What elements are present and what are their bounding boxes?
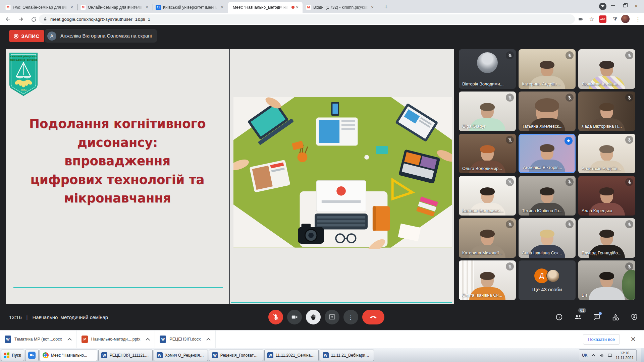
meeting-details-button[interactable]	[554, 312, 564, 322]
participant-name: Тетяна Юріївна Го...	[522, 208, 573, 213]
display-icon[interactable]	[607, 353, 613, 358]
participant-tile-speaking[interactable]: Анжеліка Вікторів...	[519, 134, 576, 173]
start-button[interactable]: Пуск	[1, 350, 24, 361]
raise-hand-button[interactable]	[306, 310, 321, 324]
tab-gmail-fwd[interactable]: M Fwd: Онлайн-семінар для вчителі ×	[3, 2, 77, 13]
host-controls-button[interactable]	[629, 312, 639, 322]
powerpoint-file-icon: P	[82, 336, 88, 343]
profile-avatar[interactable]	[621, 15, 630, 23]
taskbar-word-doc[interactable]: W Рецензія_Головатен...	[209, 350, 263, 361]
tray-clock[interactable]: 13:16 11.11.2021	[616, 351, 634, 360]
taskbar-chrome-meet[interactable]: Meet: "Навчально...	[40, 350, 97, 361]
mic-off-icon	[506, 51, 514, 59]
new-tab-button[interactable]: +	[382, 3, 390, 11]
participant-tile[interactable]: Катерина Андріїв...	[519, 49, 576, 89]
reload-button[interactable]	[29, 14, 38, 24]
adblock-extension-icon[interactable]: ABP	[599, 15, 606, 23]
camera-in-use-icon[interactable]	[576, 14, 586, 24]
slide-divider-line	[231, 302, 452, 303]
taskbar-word-doc[interactable]: W Хомич О_Рецензія [Р...	[154, 350, 208, 361]
tab-close-icon[interactable]: ×	[370, 5, 375, 10]
chevron-up-icon[interactable]	[146, 338, 150, 342]
window-close-button[interactable]: ×	[631, 1, 641, 10]
window-minimize-button[interactable]	[608, 1, 618, 10]
presenter-text: Анжеліка Вікторівна Соломаха на екрані	[60, 33, 152, 39]
mic-off-icon	[566, 178, 574, 186]
more-options-button[interactable]: ⋮	[343, 310, 358, 324]
browser-toolbar: meet.google.com/xhq-agrz-sys?authuser=1&…	[0, 13, 644, 25]
language-indicator[interactable]: UK	[582, 353, 588, 358]
chevron-up-icon[interactable]	[67, 338, 72, 342]
participant-tile[interactable]: Едуард Геннадійо...	[578, 218, 635, 258]
presenter-banner: А Анжеліка Вікторівна Соломаха на екрані	[45, 29, 157, 43]
calendar-icon: 11	[156, 5, 161, 10]
svg-text:Київський університет: Київський університет	[10, 55, 37, 58]
speaker-icon[interactable]	[599, 353, 604, 358]
more-participants-tile[interactable]: Д Ще 43 особи	[519, 260, 576, 300]
bookmark-star-icon[interactable]: ☆	[587, 14, 596, 24]
participant-tile[interactable]: Анастасія Андріїв...	[578, 134, 635, 173]
tab-title: Київський університет імені Борис	[163, 5, 217, 10]
participant-tile[interactable]: Лада Вікторівна П...	[578, 92, 635, 131]
tab-calendar[interactable]: 11 Київський університет імені Борис ×	[153, 2, 227, 13]
participant-tile[interactable]: Анна Іванівна Сок...	[519, 218, 576, 258]
participant-tile[interactable]: Татьяна Хмелевск...	[519, 92, 576, 131]
address-bar[interactable]: meet.google.com/xhq-agrz-sys?authuser=1&…	[39, 14, 575, 24]
mic-toggle-button[interactable]	[268, 310, 283, 324]
forward-button[interactable]	[16, 14, 25, 24]
participant-tile[interactable]: Ольга Іванівна Си...	[459, 260, 516, 300]
participant-tile[interactable]: Olga Gladyr	[459, 92, 516, 131]
tab-close-icon[interactable]: ×	[69, 5, 74, 10]
download-item[interactable]: P Навчально-методи....pptx	[77, 330, 155, 348]
participant-tile[interactable]: Алла Корецька	[578, 176, 635, 216]
participant-tile[interactable]: Вікторія Володими...	[459, 49, 516, 89]
taskbar-word-doc[interactable]: W 11.11.2021_Семінар...	[264, 350, 319, 361]
presentation-slide[interactable]: Київський університет імені Бориса Грінч…	[6, 49, 454, 304]
tab-meet-active[interactable]: Meet: "Навчально_методични ×	[228, 2, 303, 13]
tray-chevron-up-icon[interactable]	[591, 353, 596, 358]
download-item[interactable]: W Тематика МР (вст....docx	[0, 330, 77, 348]
participant-tile[interactable]: Ольга Володимир...	[459, 134, 516, 173]
download-item[interactable]: W РЕЦЕНЗІЯ.docx	[155, 330, 215, 348]
show-all-downloads-button[interactable]: Показати все	[583, 334, 620, 345]
close-downloads-bar-icon[interactable]: ✕	[630, 335, 636, 343]
self-view-tile[interactable]: Ви	[578, 260, 635, 300]
divider: |	[26, 314, 28, 320]
gmail-icon: M	[80, 5, 86, 10]
chat-button[interactable]	[592, 312, 602, 322]
chevron-up-icon[interactable]	[206, 338, 211, 342]
participant-tile[interactable]: Людмила Ігорівна...	[578, 49, 635, 89]
tab-close-icon[interactable]: ×	[294, 5, 300, 10]
extensions-puzzle-icon[interactable]: ⧩	[610, 14, 620, 24]
participant-name: Ольга Володимир...	[462, 166, 513, 171]
participant-tile[interactable]: Тетяна Юріївна Го...	[519, 176, 576, 216]
taskbar-word-doc[interactable]: W 11.11.21_Вебінари_...	[320, 350, 374, 361]
tab-close-icon[interactable]: ×	[219, 5, 225, 10]
record-icon	[14, 34, 18, 39]
tab-close-icon[interactable]: ×	[144, 5, 150, 10]
word-icon: W	[323, 352, 329, 358]
taskbar-word-doc[interactable]: W РЕЦЕНЗІЯ_111121 - ...	[98, 350, 153, 361]
leave-call-button[interactable]	[362, 310, 384, 324]
show-desktop-button[interactable]	[641, 348, 644, 362]
participant-tile[interactable]: Катерина Миколаї...	[459, 218, 516, 258]
browser-menu-icon[interactable]: ⋮	[633, 14, 643, 24]
taskbar-camera-app[interactable]	[25, 350, 39, 361]
tab-gmail-seminar[interactable]: M Онлайн-семінар для вчителів іноз ×	[78, 2, 152, 13]
present-screen-button[interactable]	[325, 310, 339, 324]
mic-off-icon	[506, 178, 514, 186]
tab-search-button[interactable]	[599, 3, 606, 10]
window-restore-button[interactable]	[620, 1, 630, 10]
activities-button[interactable]	[610, 312, 621, 322]
tab-gmail-inbox[interactable]: M Вхідні (1 732) - kimmn.pi@kubg.ed ×	[303, 2, 378, 13]
mic-off-icon	[506, 220, 514, 228]
back-button[interactable]	[3, 14, 13, 24]
participant-tile[interactable]: Валерія Володими...	[459, 176, 516, 216]
camera-toggle-button[interactable]	[287, 310, 302, 324]
mic-off-icon	[506, 94, 514, 102]
word-file-icon: W	[160, 336, 166, 343]
desktop-screen: M Fwd: Онлайн-семінар для вчителі × M Он…	[0, 0, 644, 362]
chrome-icon	[43, 352, 49, 358]
participants-button[interactable]: 61	[573, 312, 583, 322]
download-filename: РЕЦЕНЗІЯ.docx	[169, 337, 201, 342]
